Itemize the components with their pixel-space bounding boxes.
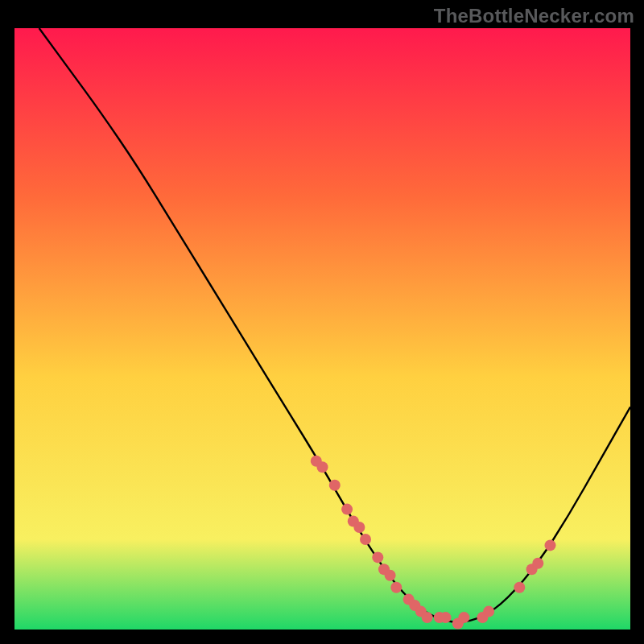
data-marker <box>440 612 452 623</box>
data-marker <box>545 539 556 551</box>
bottleneck-curve-chart <box>14 28 630 630</box>
data-marker <box>385 570 396 581</box>
data-marker <box>353 522 365 533</box>
gradient-background <box>14 28 630 630</box>
data-marker <box>514 582 525 593</box>
data-marker <box>360 534 371 545</box>
data-marker <box>422 612 433 623</box>
chart-frame: TheBottleNecker.com <box>0 0 644 644</box>
data-marker <box>483 606 494 617</box>
data-marker <box>372 551 383 563</box>
plot-area <box>14 28 630 630</box>
data-marker <box>341 504 353 515</box>
data-marker <box>458 612 469 623</box>
attribution-text: TheBottleNecker.com <box>434 5 634 27</box>
data-marker <box>329 480 341 491</box>
data-marker <box>532 558 543 569</box>
data-marker <box>317 461 328 473</box>
data-marker <box>390 582 402 593</box>
